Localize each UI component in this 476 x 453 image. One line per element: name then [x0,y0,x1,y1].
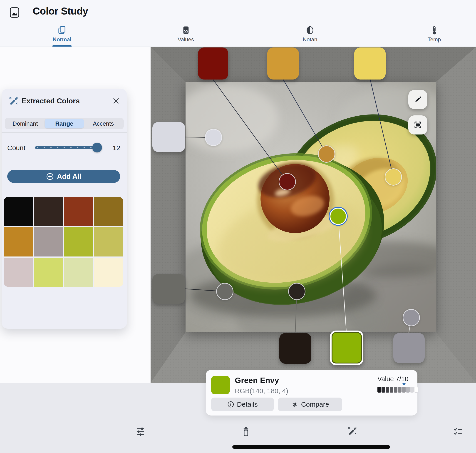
extracted-swatch-cell[interactable] [64,258,93,287]
extracted-colors-panel: Extracted Colors Dominant Range Accents … [2,89,127,329]
selected-color-card: Green Envy RGB(140, 180, 4) Value 7/10 D… [206,370,417,416]
info-icon [227,401,234,408]
value-step [390,387,393,393]
value-marker-icon [402,383,406,386]
details-label: Details [237,401,258,408]
extracted-color-grid [4,197,123,287]
value-step [378,387,381,393]
canvas-swatch-lavender[interactable] [152,122,185,152]
slider-tick [50,147,52,148]
magic-wand-icon [8,96,19,107]
extracted-swatch-cell[interactable] [94,258,123,287]
extraction-mode-segmented-control: Dominant Range Accents [5,118,124,129]
canvas-swatch-dark-brown[interactable] [279,333,311,364]
add-all-label: Add All [57,172,81,181]
segment-range[interactable]: Range [45,119,84,128]
slider-tick [57,147,58,148]
tab-normal[interactable]: Normal [37,24,87,43]
count-value: 12 [113,144,120,152]
extract-colors-button[interactable] [346,425,359,438]
sample-point-dark-brown[interactable] [288,283,305,300]
slider-tick [63,147,65,148]
value-step [402,387,406,393]
image-icon [9,7,20,18]
canvas-swatch-olive-gray[interactable] [152,274,185,304]
panel-divider [2,132,127,133]
home-indicator[interactable] [232,445,390,449]
compare-label: Compare [301,401,329,408]
tab-label: Normal [37,36,87,43]
sample-point-olive-gray[interactable] [216,283,233,300]
sample-point-dark-red[interactable] [279,173,296,190]
tune-sliders-icon [135,426,146,437]
extracted-swatch-cell[interactable] [64,197,93,226]
close-button[interactable] [110,95,122,107]
scan-frame-icon [413,120,423,130]
sample-point-yellow[interactable] [385,168,402,186]
canvas-swatch-cool-gray[interactable] [393,333,425,363]
plus-circle-icon [46,173,54,180]
magic-wand-icon [347,426,358,437]
add-all-button[interactable]: Add All [7,170,120,183]
value-step [394,387,397,393]
sample-point-green-selected[interactable] [329,208,347,225]
canvas-swatch-yellow[interactable] [354,48,386,79]
count-label: Count [7,144,25,152]
sample-point-ochre[interactable] [318,145,335,163]
page-title: Color Study [33,6,88,17]
slider-tick [37,147,38,148]
values-dither-icon [161,24,211,35]
scan-frame-button[interactable] [408,115,427,134]
segment-dominant[interactable]: Dominant [6,119,45,128]
tab-label: Notan [285,36,335,43]
value-step [398,387,401,393]
canvas-swatch-dark-red[interactable] [198,48,228,79]
segment-accents[interactable]: Accents [84,119,123,128]
tab-temp[interactable]: Temp [409,24,459,43]
checklist-icon [452,426,463,437]
delete-button[interactable] [240,425,252,438]
canvas-swatch-ochre[interactable] [267,48,299,79]
sample-point-cool-gray[interactable] [403,309,420,326]
layers-icon [37,24,87,35]
extracted-swatch-cell[interactable] [34,197,63,226]
extracted-swatch-cell[interactable] [64,227,93,256]
slider-tick [70,147,71,148]
thermometer-icon [409,24,459,35]
details-button[interactable]: Details [211,397,274,411]
close-icon [113,98,119,104]
selected-color-swatch [211,376,230,394]
checklist-button[interactable] [451,425,464,438]
extracted-swatch-cell[interactable] [94,197,123,226]
tab-label: Values [161,36,211,43]
value-step [406,387,410,393]
slider-tick [84,147,85,148]
sample-point-lavender[interactable] [205,129,222,146]
extracted-swatch-cell[interactable] [34,227,63,256]
canvas-swatch-green-selected[interactable] [330,331,363,365]
compare-button[interactable]: Compare [278,397,342,411]
color-study-app: Color Study Normal Values [0,0,476,453]
color-name: Green Envy [235,376,279,385]
extracted-swatch-cell[interactable] [94,227,123,256]
value-scale [378,387,418,393]
count-slider-thumb[interactable] [92,143,102,152]
extracted-swatch-cell[interactable] [4,197,33,226]
eyedropper-icon [413,94,423,105]
tab-notan[interactable]: Notan [285,24,335,43]
value-label: Value 7/10 [378,375,409,383]
extracted-swatch-cell[interactable] [4,227,33,256]
slider-tick [44,147,45,148]
tab-values[interactable]: Values [161,24,211,43]
extracted-swatch-cell[interactable] [4,258,33,287]
eyedropper-button[interactable] [408,90,427,109]
count-slider[interactable] [35,146,100,149]
adjustments-button[interactable] [134,425,147,438]
notan-half-circle-icon [285,24,335,35]
value-step [410,387,414,393]
extracted-swatch-cell[interactable] [34,258,63,287]
compare-arrows-icon [291,401,298,408]
canvas-area [151,47,476,383]
value-step [386,387,389,393]
color-rgb-value: RGB(140, 180, 4) [235,387,288,395]
